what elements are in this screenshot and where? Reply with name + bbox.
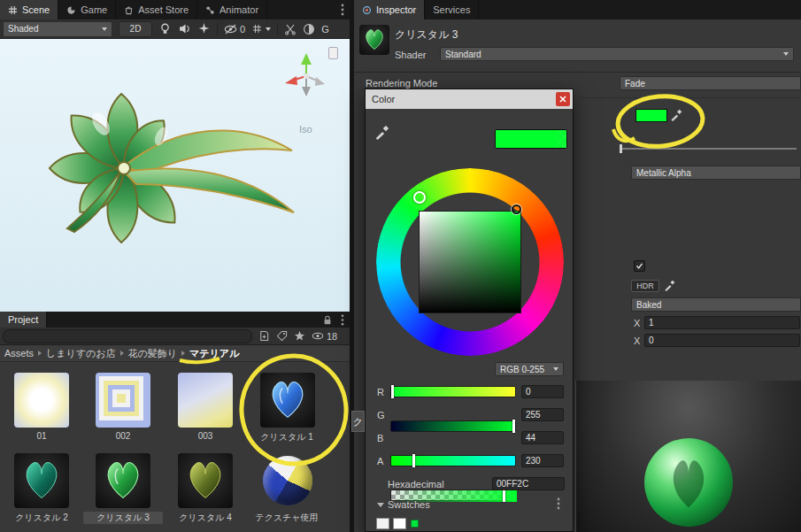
project-search-input[interactable] [3, 329, 252, 343]
smoothness-slider-handle[interactable] [620, 144, 622, 153]
albedo-color-swatch[interactable] [635, 109, 667, 122]
eyedropper-icon[interactable] [670, 109, 682, 121]
global-illumination-dropdown[interactable]: Baked [631, 297, 801, 312]
asset-thumbnail-texture-sphere[interactable] [260, 453, 315, 508]
asset-label[interactable]: クリスタル 1 [247, 431, 327, 443]
breadcrumb-shop-folder[interactable]: しまりすのお店 [46, 347, 116, 360]
swatch-white[interactable] [376, 518, 389, 529]
emission-checkbox[interactable] [634, 260, 645, 272]
eyedropper-icon[interactable] [374, 125, 389, 140]
asset-thumbnail-crystal-1[interactable] [260, 373, 315, 428]
kebab-menu-icon[interactable] [341, 314, 344, 326]
swatches-foldout-icon[interactable] [377, 503, 384, 507]
blue-value-field[interactable]: 44 [521, 431, 564, 444]
tiling-x-field[interactable]: 1 [644, 316, 800, 329]
asset-thumbnail-01[interactable] [14, 373, 69, 428]
asset-thumbnail-crystal-2[interactable] [14, 453, 69, 508]
scissors-icon[interactable] [284, 23, 297, 35]
red-value-field[interactable]: 0 [521, 385, 564, 398]
effects-toggle-icon[interactable] [197, 22, 211, 35]
breadcrumb-material-folder[interactable]: マテリアル [189, 347, 239, 360]
metallic-alpha-dropdown[interactable]: Metallic Alpha [631, 166, 801, 180]
scene-menu-icon[interactable] [328, 47, 338, 59]
alpha-value-field[interactable]: 230 [521, 454, 564, 467]
label-tag-icon[interactable] [276, 330, 288, 342]
asset-label[interactable]: 002 [83, 431, 163, 441]
color-mode-value: RGB 0-255 [500, 365, 544, 374]
shopping-bag-icon [124, 5, 134, 15]
tab-inspector[interactable]: Inspector [354, 0, 425, 19]
tab-scene[interactable]: Scene [0, 0, 58, 19]
alpha-slider-handle[interactable] [503, 489, 505, 502]
shader-dropdown[interactable]: Standard [440, 47, 794, 61]
color-picker-titlebar[interactable]: Color [366, 89, 573, 109]
flower-model[interactable] [19, 55, 312, 276]
grid-visibility-dropdown[interactable] [251, 23, 271, 35]
material-preview-pane[interactable] [575, 381, 801, 532]
green-value: 255 [526, 410, 541, 420]
project-tabbar: Project [0, 312, 350, 328]
close-button[interactable] [556, 92, 570, 106]
scene-tab-menu-button[interactable] [335, 0, 350, 19]
breadcrumb-separator-icon [181, 351, 185, 356]
asset-label[interactable]: テクスチャ使用 [247, 512, 327, 524]
create-asset-icon[interactable] [258, 330, 270, 342]
swatch-green[interactable] [411, 520, 419, 528]
breadcrumb-hair-folder[interactable]: 花の髪飾り [128, 347, 178, 360]
green-slider-handle[interactable] [512, 420, 515, 433]
saturation-value-box[interactable] [419, 211, 521, 313]
asset-thumbnail-002[interactable] [96, 373, 150, 428]
2d-toggle-button[interactable]: 2D [119, 21, 152, 37]
tab-asset-store[interactable]: Asset Store [116, 0, 197, 19]
saturation-value-indicator[interactable] [512, 204, 521, 214]
scene-visibility-toggle[interactable]: 0 [224, 24, 245, 35]
tab-inspector-label: Inspector [376, 4, 416, 15]
lighting-toggle-icon[interactable] [158, 22, 172, 35]
breadcrumb-assets[interactable]: Assets [4, 348, 34, 359]
asset-label[interactable]: クリスタル 4 [166, 512, 245, 524]
tab-game[interactable]: Game [58, 0, 116, 19]
kebab-menu-icon[interactable] [557, 497, 560, 510]
inspector-tabbar: Inspector Services [354, 0, 801, 19]
hex-field[interactable]: 00FF2C [492, 477, 565, 490]
shader-value: Standard [445, 50, 481, 59]
scene-viewport[interactable]: Iso [0, 39, 350, 312]
blue-slider-handle[interactable] [412, 454, 415, 467]
shading-mode-dropdown[interactable]: Shaded [3, 21, 112, 37]
tab-project[interactable]: Project [0, 312, 47, 328]
asset-thumbnail-crystal-4[interactable] [178, 453, 233, 508]
offset-x-field[interactable]: 0 [644, 334, 800, 347]
red-slider-handle[interactable] [391, 385, 394, 398]
tab-animator[interactable]: Animator [197, 0, 267, 19]
close-icon [559, 96, 566, 103]
swatches-label[interactable]: Swatches [388, 499, 430, 510]
hdr-chip[interactable]: HDR [631, 280, 659, 292]
contrast-mask-icon[interactable] [303, 23, 315, 35]
green-crystal [96, 453, 150, 508]
tab-services[interactable]: Services [425, 0, 479, 19]
smoothness-slider[interactable] [620, 148, 797, 150]
rendering-mode-dropdown[interactable]: Fade [620, 76, 801, 90]
asset-thumbnail-003[interactable] [178, 373, 233, 428]
favorite-star-icon[interactable] [294, 330, 305, 342]
projection-mode-label[interactable]: Iso [299, 124, 312, 135]
asset-thumbnail-crystal-3[interactable] [96, 453, 150, 508]
blue-slider[interactable] [390, 455, 516, 466]
red-slider[interactable] [390, 386, 516, 397]
tab-project-label: Project [8, 314, 38, 325]
eyedropper-icon[interactable] [664, 280, 675, 291]
color-mode-dropdown[interactable]: RGB 0-255 [495, 362, 564, 376]
asset-label[interactable]: 003 [166, 431, 245, 441]
hue-indicator[interactable] [413, 191, 426, 204]
audio-toggle-icon[interactable] [178, 22, 191, 35]
asset-label[interactable]: クリスタル 2 [2, 512, 81, 524]
orientation-gizmo[interactable] [281, 51, 331, 101]
green-slider[interactable] [390, 420, 516, 432]
asset-label-selected[interactable]: クリスタル 3 [83, 512, 163, 524]
visible-count-toggle[interactable]: 18 [312, 331, 337, 342]
asset-label[interactable]: 01 [2, 431, 81, 441]
swatch-white-2[interactable] [393, 518, 406, 529]
lock-icon[interactable] [322, 314, 333, 326]
gizmos-dropdown[interactable]: G [321, 24, 329, 35]
green-value-field[interactable]: 255 [521, 408, 564, 421]
